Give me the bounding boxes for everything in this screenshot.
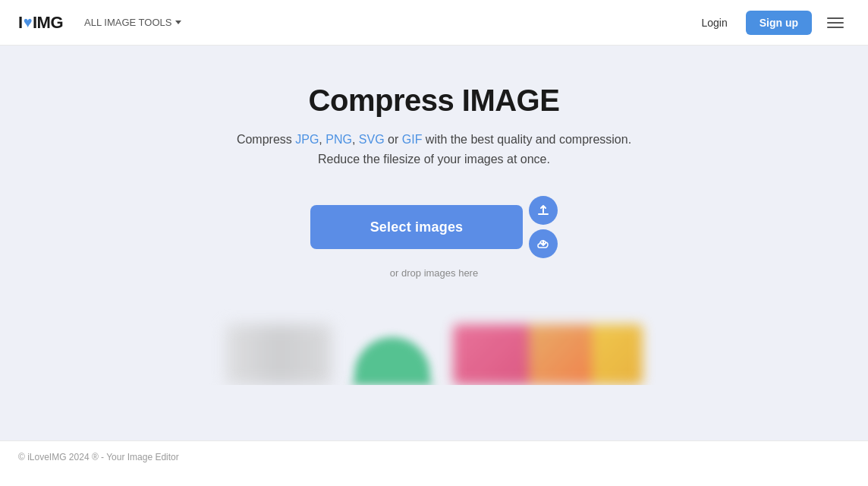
subtitle-or: or <box>385 133 402 146</box>
logo: I♥IMG <box>18 13 63 33</box>
format-svg-link[interactable]: SVG <box>359 133 385 146</box>
preview-image-2 <box>347 337 438 385</box>
copyright-text: © iLoveIMG 2024 ® - Your Image Editor <box>18 452 179 462</box>
all-tools-label: ALL IMAGE TOOLS <box>84 17 171 28</box>
subtitle-prefix: Compress <box>237 133 295 146</box>
upload-icon <box>537 204 549 216</box>
select-images-button[interactable]: Select images <box>310 205 523 249</box>
upload-icon-group <box>529 196 558 258</box>
signup-button[interactable]: Sign up <box>746 11 812 35</box>
page-subtitle: Compress JPG, PNG, SVG or GIF with the b… <box>237 130 631 169</box>
main-content: Compress IMAGE Compress JPG, PNG, SVG or… <box>0 46 868 440</box>
header-left: I♥IMG ALL IMAGE TOOLS <box>18 12 187 33</box>
login-button[interactable]: Login <box>692 12 736 33</box>
logo-heart-icon: ♥ <box>24 14 32 31</box>
format-png-link[interactable]: PNG <box>326 133 352 146</box>
chevron-down-icon <box>175 21 181 24</box>
menu-line-1 <box>827 17 844 19</box>
preview-image-3 <box>453 324 643 385</box>
subtitle-suffix: with the best quality and compression. <box>422 133 631 146</box>
footer: © iLoveIMG 2024 ® - Your Image Editor <box>0 440 868 473</box>
logo-img: IMG <box>33 13 63 33</box>
format-gif-link[interactable]: GIF <box>402 133 423 146</box>
preview-image-1 <box>225 324 332 385</box>
upload-area: Select images <box>310 196 558 258</box>
drop-text: or drop images here <box>390 267 478 279</box>
hamburger-menu-button[interactable] <box>821 11 850 34</box>
header: I♥IMG ALL IMAGE TOOLS Login Sign up <box>0 0 868 46</box>
menu-line-2 <box>827 22 844 24</box>
upload-from-cloud-button[interactable] <box>529 229 558 258</box>
format-jpg-link[interactable]: JPG <box>295 133 319 146</box>
page-title: Compress IMAGE <box>309 84 560 118</box>
menu-line-3 <box>827 27 844 28</box>
subtitle-line2: Reduce the filesize of your images at on… <box>318 153 550 166</box>
logo-i: I <box>18 13 23 33</box>
upload-from-device-button[interactable] <box>529 196 558 225</box>
header-right: Login Sign up <box>692 11 850 35</box>
preview-strip <box>168 309 700 385</box>
all-tools-button[interactable]: ALL IMAGE TOOLS <box>78 12 187 33</box>
cloud-icon <box>537 238 549 250</box>
